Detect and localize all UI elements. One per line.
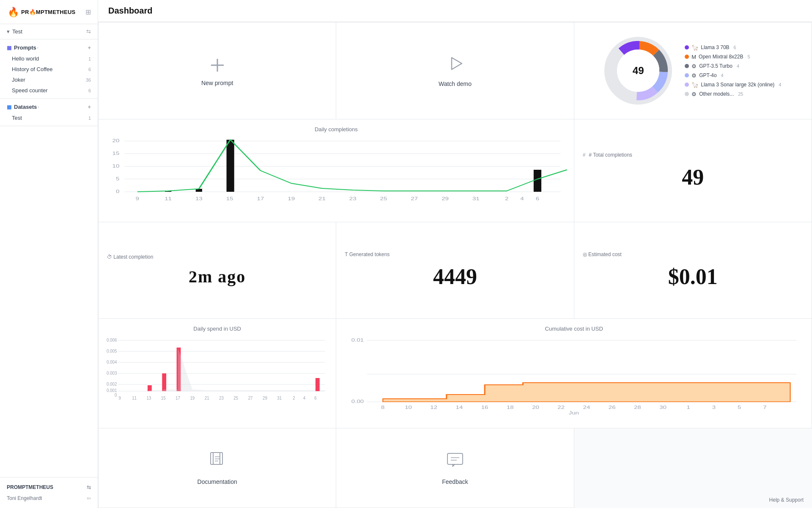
feedback-icon bbox=[446, 451, 464, 473]
svg-text:0.002: 0.002 bbox=[107, 382, 117, 387]
generated-tokens-label: T Generated tokens bbox=[345, 251, 390, 257]
svg-text:23: 23 bbox=[349, 196, 357, 202]
svg-text:24: 24 bbox=[583, 405, 590, 410]
add-prompt-icon[interactable]: + bbox=[88, 44, 91, 51]
svg-text:0.003: 0.003 bbox=[107, 371, 117, 375]
grid-icon[interactable]: ⊞ bbox=[85, 8, 91, 16]
donut-center-value: 49 bbox=[633, 65, 644, 77]
sidebar-item-test-dataset[interactable]: Test 1 bbox=[0, 113, 98, 123]
main-content: Dashboard New prompt Watch demo bbox=[98, 0, 812, 508]
legend-item-sonar: 🦙 Llama 3 Sonar large 32k (online) 4 bbox=[685, 82, 781, 88]
svg-text:1: 1 bbox=[687, 405, 690, 410]
svg-text:10: 10 bbox=[405, 405, 412, 410]
svg-rect-48 bbox=[148, 385, 152, 391]
svg-text:30: 30 bbox=[660, 405, 667, 410]
org-name[interactable]: PROMPTMETHEUS ⇆ bbox=[7, 482, 91, 493]
prompts-icon: ▦ bbox=[7, 45, 11, 51]
datasets-section: ▦ Datasets · + Test 1 bbox=[0, 99, 98, 126]
main-header: Dashboard bbox=[98, 0, 812, 22]
daily-spend-title: Daily spend in USD bbox=[105, 326, 329, 332]
svg-text:0.006: 0.006 bbox=[107, 338, 117, 342]
latest-completion-card: ⏱ Latest completion 2m ago bbox=[99, 222, 336, 319]
legend-dot-other bbox=[685, 92, 689, 96]
datasets-label: Datasets bbox=[14, 104, 37, 110]
donut-chart: 49 bbox=[604, 37, 672, 105]
svg-rect-18 bbox=[227, 140, 234, 192]
estimated-cost-card: ◎ Estimated cost $0.01 bbox=[574, 222, 812, 319]
page-title: Dashboard bbox=[108, 6, 802, 16]
hello-world-count: 1 bbox=[88, 56, 91, 61]
sidebar-bottom: PROMPTMETHEUS ⇆ Toni Engelhardt ⇦ bbox=[0, 477, 98, 508]
watch-demo-card[interactable]: Watch demo bbox=[336, 22, 574, 119]
legend-item-other: ⚙ Other models... 25 bbox=[685, 91, 781, 97]
documentation-card[interactable]: Documentation bbox=[99, 428, 336, 508]
total-completions-label: # # Total completions bbox=[583, 152, 632, 158]
estimated-cost-label: ◎ Estimated cost bbox=[583, 251, 622, 257]
svg-text:19: 19 bbox=[288, 196, 295, 202]
legend-item-llama3: 🦙 Llama 3 70B 6 bbox=[685, 44, 781, 51]
user-profile[interactable]: Toni Engelhardt ⇦ bbox=[7, 493, 91, 504]
svg-marker-3 bbox=[452, 58, 462, 69]
svg-text:15: 15 bbox=[112, 151, 119, 156]
svg-text:22: 22 bbox=[558, 405, 565, 410]
sidebar: 🔥 PR🔥MPTMETHEUS ⊞ ▾ Test ⇆ ▦ Prompts · +… bbox=[0, 0, 98, 508]
workspace-name: Test bbox=[12, 28, 22, 35]
svg-text:10: 10 bbox=[112, 164, 119, 169]
svg-text:31: 31 bbox=[277, 396, 282, 400]
svg-text:17: 17 bbox=[176, 396, 180, 400]
estimated-cost-value: $0.01 bbox=[668, 264, 718, 289]
settings-icon[interactable]: ⇆ bbox=[86, 28, 91, 35]
svg-text:15: 15 bbox=[226, 196, 233, 202]
svg-text:11: 11 bbox=[132, 396, 137, 400]
svg-text:19: 19 bbox=[190, 396, 195, 400]
svg-rect-91 bbox=[211, 453, 220, 464]
legend-dot-gpt4o bbox=[685, 73, 689, 77]
hello-world-label: Hello world bbox=[12, 55, 39, 62]
datasets-icon: ▦ bbox=[7, 104, 11, 110]
logo-icon: 🔥 bbox=[7, 6, 19, 18]
help-support-link[interactable]: Help & Support bbox=[769, 497, 804, 503]
legend-dot-sonar bbox=[685, 83, 689, 87]
logo-area: 🔥 PR🔥MPTMETHEUS ⊞ bbox=[0, 0, 98, 24]
documentation-label: Documentation bbox=[198, 478, 237, 485]
logout-icon[interactable]: ⇦ bbox=[87, 495, 91, 501]
svg-text:9: 9 bbox=[119, 396, 121, 400]
test-dataset-count: 1 bbox=[88, 116, 91, 121]
daily-completions-card: Daily completions 20 15 10 5 0 bbox=[99, 119, 574, 222]
workspace-selector[interactable]: ▾ Test ⇆ bbox=[0, 24, 98, 39]
svg-text:17: 17 bbox=[257, 196, 264, 202]
prompts-dot: · bbox=[37, 45, 38, 50]
sidebar-item-hello-world[interactable]: Hello world 1 bbox=[0, 53, 98, 64]
svg-rect-52 bbox=[315, 378, 320, 391]
prompts-section-header[interactable]: ▦ Prompts · + bbox=[0, 42, 98, 53]
feedback-card[interactable]: Feedback bbox=[336, 428, 574, 508]
svg-text:2: 2 bbox=[293, 396, 295, 400]
play-icon bbox=[446, 54, 464, 76]
svg-text:5: 5 bbox=[116, 177, 119, 182]
svg-text:0.004: 0.004 bbox=[107, 360, 117, 364]
latest-completion-value: 2m ago bbox=[189, 267, 246, 287]
add-dataset-icon[interactable]: + bbox=[88, 104, 91, 110]
org-label: PROMPTMETHEUS bbox=[7, 484, 53, 490]
svg-text:16: 16 bbox=[481, 405, 488, 410]
speed-counter-label: Speed counter bbox=[12, 87, 48, 94]
sidebar-item-joker[interactable]: Joker 36 bbox=[0, 75, 98, 85]
org-settings-icon[interactable]: ⇆ bbox=[87, 484, 91, 490]
datasets-section-header[interactable]: ▦ Datasets · + bbox=[0, 101, 98, 113]
sidebar-item-speed-counter[interactable]: Speed counter 6 bbox=[0, 85, 98, 96]
test-dataset-label: Test bbox=[12, 115, 22, 121]
sidebar-item-history-of-coffee[interactable]: History of Coffee 6 bbox=[0, 64, 98, 75]
svg-text:25: 25 bbox=[380, 196, 387, 202]
svg-text:28: 28 bbox=[634, 405, 641, 410]
svg-text:0.005: 0.005 bbox=[107, 349, 117, 353]
svg-text:25: 25 bbox=[233, 396, 238, 400]
svg-text:0: 0 bbox=[115, 393, 117, 398]
new-prompt-card[interactable]: New prompt bbox=[99, 22, 336, 119]
donut-chart-card: 49 🦙 Llama 3 70B 6 M Open Mixtral 8x22B … bbox=[574, 22, 812, 119]
donut-legend: 🦙 Llama 3 70B 6 M Open Mixtral 8x22B 5 ⚙… bbox=[685, 44, 781, 97]
svg-text:8: 8 bbox=[381, 405, 384, 410]
cumulative-cost-chart: 0.01 0.00 8 10 12 14 16 18 20 22 2 bbox=[345, 336, 803, 412]
legend-item-mixtral: M Open Mixtral 8x22B 5 bbox=[685, 54, 781, 60]
svg-text:6: 6 bbox=[314, 396, 317, 400]
total-completions-value: 49 bbox=[682, 165, 704, 190]
